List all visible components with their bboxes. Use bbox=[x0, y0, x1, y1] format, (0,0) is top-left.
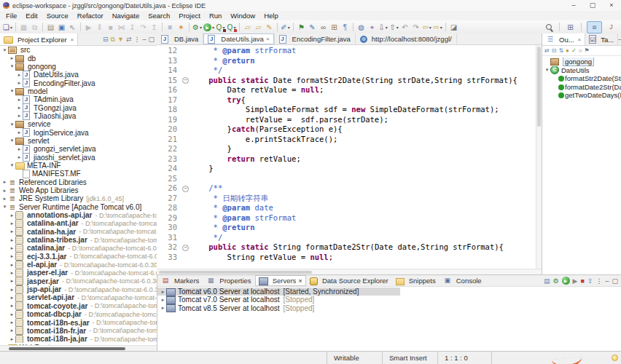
menu-window[interactable]: Window bbox=[226, 11, 259, 20]
expander-icon[interactable]: ▸ bbox=[9, 213, 15, 218]
tree-item-gongong[interactable]: ▾gongong bbox=[0, 63, 157, 71]
instruction-stepping-icon[interactable]: ≡ bbox=[165, 22, 175, 32]
tree-item-server-runtime-apache-tomcat-v6-0-[interactable]: ▾≣Server Runtime [Apache Tomcat v6.0] bbox=[0, 203, 157, 211]
tab-ou[interactable]: ☰Ou...× bbox=[542, 33, 585, 45]
editor-tab-dateutils-java[interactable]: JDateUtils.java× bbox=[203, 33, 274, 44]
pin-editor-icon[interactable]: ◪ bbox=[449, 22, 458, 32]
maximize-window-icon[interactable]: ▢ bbox=[583, 0, 602, 11]
tree-item-catalina-jar[interactable]: ▸catalina.jar- D:\tomcat\apache-tomcat-6… bbox=[0, 244, 157, 252]
expander-icon[interactable]: ▾ bbox=[1, 204, 8, 210]
close-icon[interactable]: × bbox=[71, 36, 74, 43]
view-menu-icon[interactable]: ⋮ bbox=[133, 36, 140, 43]
new-wizard-icon[interactable]: ❏▾ bbox=[3, 22, 12, 32]
expander-icon[interactable]: ▸ bbox=[1, 188, 8, 194]
next-annotation-icon[interactable]: ⇩▾ bbox=[378, 22, 388, 32]
hide-static-members-icon[interactable]: ✓ bbox=[571, 47, 577, 54]
start-server-icon[interactable]: ▶ bbox=[562, 277, 570, 285]
expander-icon[interactable]: ▸ bbox=[9, 312, 15, 317]
tree-item-catalina-ha-jar[interactable]: ▸catalina-ha.jar- D:\tomcat\apache-tomca… bbox=[0, 228, 157, 236]
expander-icon[interactable]: ▸ bbox=[16, 97, 23, 103]
link-with-editor-icon[interactable]: ⇄ bbox=[126, 36, 132, 43]
tree-item-tomcat-i18n-ja-jar[interactable]: ▸tomcat-i18n-ja.jar- D:\tomcat\apache-to… bbox=[0, 335, 157, 343]
vscroll-thumb[interactable] bbox=[537, 47, 541, 127]
menu-search[interactable]: Search bbox=[144, 11, 174, 20]
filter-icon[interactable]: ▼ bbox=[117, 36, 124, 43]
editor-tab-http-localhost-8080-jzggl-[interactable]: ⊕http://localhost:8080/jzggl/ bbox=[356, 33, 457, 44]
expander-icon[interactable]: ▸ bbox=[9, 245, 15, 251]
tree-item-jre-system-library[interactable]: ▸≣JRE System Library[jdk1.6.0_45] bbox=[0, 194, 157, 202]
tab-data-source-explorer[interactable]: Data Source Explorer bbox=[306, 275, 392, 286]
open-folder-icon[interactable]: ▱ bbox=[243, 22, 252, 32]
tree-item-el-api-jar[interactable]: ▸el-api.jar- D:\tomcat\apache-tomcat-6.0… bbox=[0, 261, 157, 269]
close-icon[interactable]: × bbox=[578, 36, 582, 43]
tree-item-web-app-libraries[interactable]: ▸≣Web App Libraries bbox=[0, 186, 157, 194]
menu-project[interactable]: Project bbox=[174, 11, 205, 20]
expander-icon[interactable]: ▸ bbox=[16, 105, 23, 111]
expander-icon[interactable]: ▸ bbox=[9, 287, 15, 293]
tab-project-explorer[interactable]: Project Explorer × bbox=[0, 33, 78, 45]
expander-icon[interactable]: ▸ bbox=[1, 179, 8, 185]
expander-icon[interactable]: ▸ bbox=[9, 229, 15, 234]
expander-icon[interactable]: ▸ bbox=[9, 221, 15, 226]
expander-icon[interactable]: ▸ bbox=[9, 237, 15, 243]
tree-item-catalina-tribes-jar[interactable]: ▸catalina-tribes.jar- D:\tomcat\apache-t… bbox=[0, 236, 157, 244]
menu-navigate[interactable]: Navigate bbox=[108, 11, 144, 20]
tree-item-gongzi-servlet-java[interactable]: ▸Jgongzi_servlet.java bbox=[0, 145, 157, 153]
tab-markers[interactable]: ▤Markers bbox=[157, 275, 203, 286]
server-row-tomcat-v7-0-server-at-localhost[interactable]: ▸Tomcat v7.0 Server at localhost[Stopped… bbox=[157, 296, 621, 304]
expander-icon[interactable]: ▾ bbox=[9, 138, 15, 143]
expander-icon[interactable]: ▸ bbox=[9, 262, 15, 268]
back-icon[interactable]: ⇦▾ bbox=[422, 22, 431, 32]
hscroll-thumb[interactable] bbox=[159, 271, 312, 274]
redo-icon[interactable]: ↷ bbox=[411, 22, 421, 32]
expander-icon[interactable]: ▸ bbox=[16, 154, 23, 160]
link-icon[interactable]: ∞ bbox=[319, 22, 328, 32]
show-whitespace-icon[interactable]: ¶ bbox=[340, 22, 350, 32]
tree-item-formatstr2date-strin[interactable]: formatStr2Date(StrinS bbox=[542, 74, 621, 83]
code-editor[interactable]: 12 * @param strFormat13 * @return14 */15… bbox=[157, 45, 536, 269]
hide-fields-icon[interactable]: ● bbox=[566, 47, 569, 54]
expander-icon[interactable]: ▸ bbox=[9, 320, 15, 325]
tree-item-service[interactable]: ▾service bbox=[0, 120, 157, 128]
tree-item-dateutils[interactable]: ▾CDateUtils bbox=[542, 66, 621, 75]
close-icon[interactable]: × bbox=[298, 277, 302, 285]
expander-icon[interactable]: ▾ bbox=[544, 67, 550, 73]
hide-non-public-icon[interactable]: ○ bbox=[579, 47, 582, 54]
tree-item-ecj-3-3-1-jar[interactable]: ▸ecj-3.3.1.jar- D:\tomcat\apache-tomcat-… bbox=[0, 253, 157, 261]
expander-icon[interactable]: ▾ bbox=[1, 47, 8, 53]
editor-tab-encodingfilter-java[interactable]: JEncodingFilter.java bbox=[275, 33, 356, 44]
new-java-element-icon[interactable]: ✐▾ bbox=[281, 22, 290, 32]
tree-item-jasper-jar[interactable]: ▸jasper.jar- D:\tomcat\apache-tomcat-6.0… bbox=[0, 277, 157, 285]
tree-item-dateutils-java[interactable]: ▸JDateUtils.java bbox=[0, 71, 157, 79]
expander-icon[interactable]: ▸ bbox=[9, 270, 15, 276]
minimize-icon[interactable]: – bbox=[142, 36, 146, 43]
expander-icon[interactable]: ▸ bbox=[16, 80, 23, 86]
expander-icon[interactable]: ▸ bbox=[160, 297, 166, 303]
expander-icon[interactable]: ▾ bbox=[9, 122, 15, 127]
fold-icon[interactable]: − bbox=[182, 186, 189, 192]
link-with-editor-icon[interactable]: ⇄ bbox=[544, 47, 550, 54]
maximize-icon[interactable]: ▢ bbox=[612, 277, 618, 285]
expander-icon[interactable]: ▸ bbox=[160, 289, 166, 295]
server-view-icon[interactable]: ▤ bbox=[544, 277, 550, 285]
tree-item-gettwodatedays-da[interactable]: getTwoDateDays(DaS bbox=[542, 91, 621, 100]
fold-icon[interactable]: − bbox=[182, 245, 189, 251]
editor-tab-db-java[interactable]: JDB.java bbox=[157, 33, 203, 44]
sort-icon[interactable]: ⇅ bbox=[558, 47, 563, 54]
flag-icon[interactable]: ⚑ bbox=[297, 22, 306, 32]
tree-item-tjiaoshi-java[interactable]: ▸JTJiaoshi.java bbox=[0, 112, 157, 120]
tree-item-tomcat-i18n-fr-jar[interactable]: ▸tomcat-i18n-fr.jar- D:\tomcat\apache-to… bbox=[0, 327, 157, 335]
search-icon[interactable] bbox=[544, 22, 553, 32]
tree-item-servlet[interactable]: ▾servlet bbox=[0, 137, 157, 145]
expander-icon[interactable]: ▸ bbox=[9, 328, 15, 333]
collapse-all-icon[interactable]: ⊟ bbox=[552, 47, 557, 54]
notification-bulb-icon[interactable] bbox=[612, 355, 618, 361]
tree-item-tgongzi-java[interactable]: ▸JTGongzi.java bbox=[0, 103, 157, 111]
edit-pen-icon[interactable]: ✎ bbox=[308, 22, 317, 32]
new-package-icon[interactable]: ⊞ bbox=[329, 22, 339, 32]
previous-annotation-icon[interactable]: ⇧▾ bbox=[389, 22, 399, 32]
tree-item-tadmin-java[interactable]: ▸JTAdmin.java bbox=[0, 95, 157, 103]
menu-file[interactable]: File bbox=[1, 11, 21, 20]
run-icon[interactable]: ▶▾ bbox=[203, 22, 214, 32]
expander-icon[interactable]: ▾ bbox=[9, 88, 15, 94]
